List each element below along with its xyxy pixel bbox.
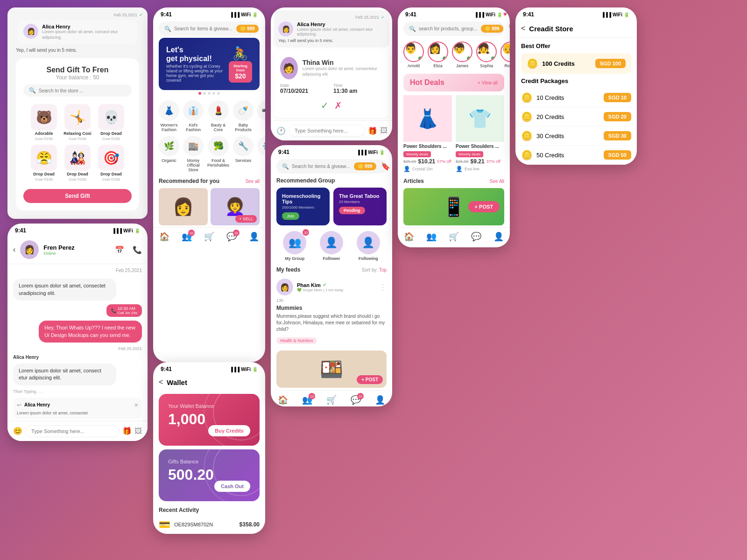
image-icon[interactable]: 🖼 — [380, 126, 388, 135]
category-food[interactable]: 🥦 Food & Perishables — [207, 136, 229, 172]
social-search-bar[interactable]: 🔍 🪙 999 🔖 🔔 1 — [276, 159, 387, 174]
package-price-button-2[interactable]: SGD 20 — [604, 112, 631, 121]
deals-nav-users[interactable]: 👥 — [426, 231, 437, 242]
emoji-icon[interactable]: 😊 — [13, 427, 22, 435]
decline-button[interactable]: ✗ — [334, 100, 342, 111]
send-gift-button[interactable]: Send Gift — [23, 189, 132, 203]
bookmark-icon[interactable]: 🔖 — [381, 162, 390, 171]
category-more[interactable]: ➕ — [257, 100, 265, 132]
sticker-drop4[interactable]: 🎯 Drop Dead Cost ©150 — [96, 145, 126, 182]
nav-profile[interactable]: 👤 — [249, 231, 259, 242]
sticker-drop3[interactable]: 🎎 Drop Dead Cost ©150 — [63, 145, 92, 182]
story-robart[interactable]: 👴 Robart — [500, 42, 510, 68]
category-services[interactable]: 🔧 Services — [233, 136, 254, 172]
stat-my-group[interactable]: 👥 10 My Group — [283, 231, 306, 261]
nav-home[interactable]: 🏠 — [159, 231, 169, 242]
rec-img-2[interactable]: 👩‍🦱 + SELL — [211, 188, 260, 225]
gift-icon[interactable]: 🎁 — [368, 126, 377, 135]
close-reply-button[interactable]: × — [134, 401, 138, 409]
group2-pending-button[interactable]: Pending — [339, 207, 365, 214]
sticker-drop1[interactable]: 💀 Drop Dead Cost ©150 — [96, 104, 126, 141]
deal-card-1[interactable]: 👗 ♡ Power Shoulders ... Weekly deals $25… — [403, 95, 452, 174]
deals-search-input[interactable] — [419, 26, 478, 31]
social-nav-messages[interactable]: 💬10 — [351, 395, 361, 405]
post-button[interactable]: + POST — [357, 375, 383, 384]
category-womens-fashion[interactable]: 👗 Women's Fashion — [159, 100, 179, 132]
stat-following[interactable]: 👤 Following — [357, 231, 380, 261]
credit-package-30[interactable]: 🪙 30 Credits SGD 30 — [515, 126, 637, 146]
credits-back-button[interactable]: < — [521, 24, 525, 33]
gift-icon[interactable]: 🎁 — [122, 427, 132, 435]
article-image[interactable]: 📱 + POST — [403, 188, 504, 225]
social-nav-cart[interactable]: 🛒 — [326, 395, 337, 405]
social-nav-profile[interactable]: 👤 — [375, 395, 385, 405]
appt-avatar: 🧑 — [280, 57, 298, 79]
deal-card-2[interactable]: 👕 ♥ Power Shoulders ... Weekly deals $25… — [456, 95, 504, 174]
sticker-relaxing[interactable]: 🤸 Relaxing Cosi Cost ©150 — [63, 104, 92, 141]
credit-package-20[interactable]: 🪙 20 Credits SGD 20 — [515, 107, 637, 126]
view-all-link[interactable]: + View all — [478, 80, 498, 85]
category-kids-fashion[interactable]: 👔 Kid's Fashion — [183, 100, 204, 132]
sell-button[interactable]: + SELL — [235, 215, 257, 223]
story-eliza[interactable]: 👩 Eliza — [428, 42, 448, 68]
nav-messages[interactable]: 💬10 — [226, 231, 237, 242]
deals-nav-profile[interactable]: 👤 — [493, 231, 504, 242]
rec-img-1[interactable]: 👩 — [159, 188, 208, 225]
wishlist-icon[interactable]: ♡ — [263, 24, 265, 33]
story-james[interactable]: 👦 James — [452, 42, 472, 68]
sticker-adorable[interactable]: 🐻 Adorable Cost ©150 — [29, 104, 59, 141]
chat-detail-input[interactable] — [289, 125, 365, 137]
group-card-1[interactable]: Homeschooling Tips 200/1000 Members Join — [276, 188, 330, 225]
category-baby[interactable]: 🍼 Baby Products — [233, 100, 254, 132]
story-sophia[interactable]: 👧 Sophia — [476, 42, 497, 68]
deals-nav-cart[interactable]: 🛒 — [449, 231, 459, 242]
phone-icon[interactable]: 📞 — [133, 245, 142, 254]
fren-chat-input[interactable] — [25, 425, 120, 437]
post-menu[interactable]: ⋮ — [379, 283, 387, 292]
category-extra[interactable]: ⚙️ — [257, 136, 265, 172]
package-price-button-3[interactable]: SGD 30 — [604, 131, 631, 140]
post-tag[interactable]: Health & Nutrition — [276, 337, 317, 344]
deals-search-bar[interactable]: 🔍 🪙 999 🔖 🔔 1 — [403, 21, 504, 36]
category-beauty[interactable]: 💄 Bauty & Core — [207, 100, 229, 132]
package-price-button-4[interactable]: SGD 50 — [604, 150, 631, 160]
shop-search-bar[interactable]: 🔍 🪙 999 ♡ 🔔 1 — [159, 21, 260, 36]
deals-nav-messages[interactable]: 💬 — [471, 231, 481, 242]
deal-heart-2[interactable]: ♥ — [503, 10, 507, 18]
bookmark-icon[interactable]: 🔖 — [508, 24, 510, 33]
social-nav-users[interactable]: 👥10 — [302, 395, 312, 405]
image-icon[interactable]: 🖼 — [134, 427, 142, 435]
sort-by[interactable]: Sort by: Top — [362, 267, 387, 273]
best-offer-item[interactable]: 🪙 100 Credits SGD 100 — [521, 53, 631, 74]
promo-banner[interactable]: Let's get physical! Whether it's cycling… — [159, 38, 260, 90]
back-button[interactable]: ‹ — [13, 245, 15, 254]
category-organic[interactable]: 🌿 Organic — [159, 136, 179, 172]
nav-users[interactable]: 👥10 — [182, 231, 192, 242]
best-offer-price-button[interactable]: SGD 100 — [595, 59, 626, 68]
calendar-icon[interactable]: 📅 — [115, 245, 124, 254]
article-post-button[interactable]: + POST — [468, 201, 500, 212]
shop-search-input[interactable] — [174, 26, 233, 31]
deals-nav-home[interactable]: 🏠 — [404, 231, 414, 242]
wallet-back-button[interactable]: < — [159, 378, 163, 386]
story-arnold[interactable]: 👨 Arnold — [403, 42, 424, 68]
category-grid: 👗 Women's Fashion 👔 Kid's Fashion 💄 Baut… — [153, 97, 265, 176]
articles-see-all[interactable]: See All — [490, 179, 504, 184]
credit-package-10[interactable]: 🪙 10 Credits SGD 10 — [515, 88, 637, 107]
group-card-2[interactable]: The Great Taboo 23 Members Pending — [333, 188, 387, 225]
credit-package-50[interactable]: 🪙 50 Credits SGD 50 — [515, 146, 637, 165]
gift-search-input[interactable] — [39, 88, 126, 93]
package-price-button-1[interactable]: SGD 10 — [604, 93, 631, 102]
gift-search-bar[interactable]: 🔍 — [23, 84, 132, 97]
accept-button[interactable]: ✓ — [321, 100, 329, 111]
see-all-link[interactable]: See all — [245, 179, 260, 184]
social-nav-home[interactable]: 🏠 — [278, 395, 288, 405]
nav-cart[interactable]: 🛒 — [204, 231, 214, 242]
stat-follower[interactable]: 👤 Follower — [320, 231, 343, 261]
group1-join-button[interactable]: Join — [282, 212, 299, 220]
sticker-drop2[interactable]: 😤 Drop Dead Cost ©150 — [29, 145, 59, 182]
category-official[interactable]: 🏬 Momiy Official Store — [183, 136, 204, 172]
activity-item[interactable]: 💳 OE829SM8702N $358.00 — [153, 515, 265, 534]
social-search-input[interactable] — [292, 164, 351, 169]
top-chat-message[interactable]: 👩 Alica Henry Lorem ipsum dolor sit amet… — [18, 20, 137, 44]
